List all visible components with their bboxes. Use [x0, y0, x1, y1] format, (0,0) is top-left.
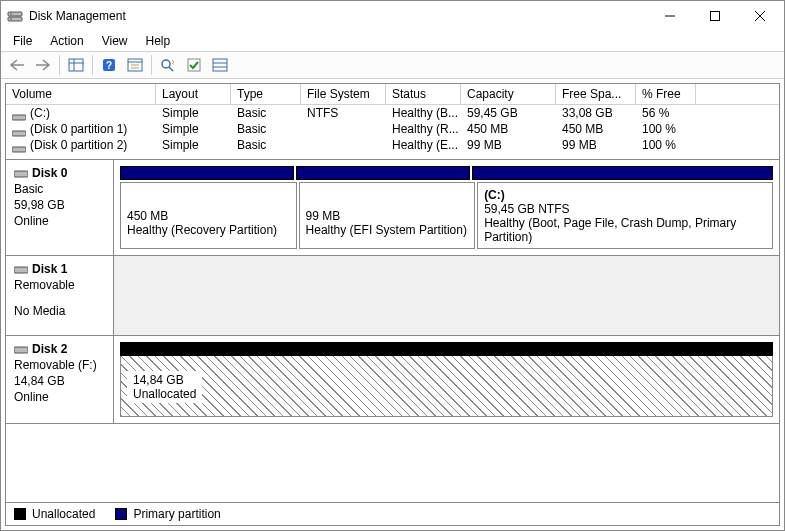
volume-fs: NTFS [301, 105, 386, 121]
svg-rect-20 [213, 59, 227, 71]
back-button[interactable] [5, 54, 29, 76]
col-pctfree[interactable]: % Free [636, 84, 696, 105]
partition-title [306, 195, 469, 209]
disk-partitions: 450 MB Healthy (Recovery Partition) 99 M… [114, 160, 779, 255]
list-view-button[interactable] [208, 54, 232, 76]
disk-map: Disk 0 Basic 59,98 GB Online 450 MB [5, 160, 780, 526]
volume-capacity: 99 MB [461, 137, 556, 153]
volume-type: Basic [231, 105, 301, 121]
svg-rect-24 [12, 131, 26, 136]
volume-name: (Disk 0 partition 2) [30, 138, 127, 152]
disk-name-label: Disk 0 [32, 166, 67, 180]
svg-point-3 [10, 18, 12, 20]
forward-button[interactable] [31, 54, 55, 76]
disk-map-spacer [6, 424, 779, 502]
volume-row[interactable]: (Disk 0 partition 1) Simple Basic Health… [6, 121, 779, 137]
show-hide-tree-button[interactable] [64, 54, 88, 76]
menu-help[interactable]: Help [138, 32, 179, 50]
unallocated-space[interactable]: 14,84 GB Unallocated [120, 342, 773, 417]
volume-status: Healthy (R... [386, 121, 461, 137]
partition-status: Healthy (EFI System Partition) [306, 223, 469, 237]
refresh-button[interactable] [156, 54, 180, 76]
volume-free: 33,08 GB [556, 105, 636, 121]
volume-row[interactable]: (Disk 0 partition 2) Simple Basic Health… [6, 137, 779, 153]
volume-list[interactable]: Volume Layout Type File System Status Ca… [5, 83, 780, 160]
content-area: Volume Layout Type File System Status Ca… [1, 79, 784, 530]
svg-rect-19 [188, 59, 200, 71]
col-layout[interactable]: Layout [156, 84, 231, 105]
toolbar-separator [92, 55, 93, 75]
col-freespace[interactable]: Free Spa... [556, 84, 636, 105]
disk-info[interactable]: Disk 0 Basic 59,98 GB Online [6, 160, 114, 255]
volume-type: Basic [231, 121, 301, 137]
partition[interactable]: 450 MB Healthy (Recovery Partition) [120, 182, 297, 249]
volume-layout: Simple [156, 121, 231, 137]
disk-icon [14, 344, 28, 354]
col-status[interactable]: Status [386, 84, 461, 105]
volume-capacity: 450 MB [461, 121, 556, 137]
window-frame: Disk Management File Action View Help [0, 0, 785, 531]
legend: Unallocated Primary partition [6, 502, 779, 525]
strip-segment [120, 342, 773, 356]
volume-free: 450 MB [556, 121, 636, 137]
disk-name-label: Disk 2 [32, 342, 67, 356]
swatch-unallocated-icon [14, 508, 26, 520]
col-filesystem[interactable]: File System [301, 84, 386, 105]
disk-status: Online [14, 390, 105, 404]
svg-rect-26 [14, 171, 28, 177]
volume-pctfree: 100 % [636, 137, 696, 153]
partition[interactable]: 99 MB Healthy (EFI System Partition) [299, 182, 476, 249]
col-type[interactable]: Type [231, 84, 301, 105]
no-media-area[interactable] [114, 256, 779, 335]
volume-type: Basic [231, 137, 301, 153]
svg-rect-25 [12, 147, 26, 152]
maximize-button[interactable] [692, 2, 737, 31]
close-button[interactable] [737, 2, 782, 31]
window-title: Disk Management [29, 9, 647, 23]
properties-button[interactable] [123, 54, 147, 76]
partition-size: 450 MB [127, 209, 290, 223]
help-button[interactable]: ? [97, 54, 121, 76]
partition-size: 59,45 GB NTFS [484, 202, 766, 216]
volume-layout: Simple [156, 137, 231, 153]
legend-unallocated: Unallocated [14, 507, 95, 521]
svg-rect-27 [14, 267, 28, 273]
volume-row[interactable]: (C:) Simple Basic NTFS Healthy (B... 59,… [6, 105, 779, 121]
volume-capacity: 59,45 GB [461, 105, 556, 121]
partition-size: 99 MB [306, 209, 469, 223]
menu-file[interactable]: File [5, 32, 40, 50]
svg-rect-28 [14, 347, 28, 353]
svg-point-17 [162, 60, 170, 68]
disk-info[interactable]: Disk 2 Removable (F:) 14,84 GB Online [6, 336, 114, 423]
disk-status: Online [14, 214, 105, 228]
disk-info[interactable]: Disk 1 Removable No Media [6, 256, 114, 335]
menubar: File Action View Help [1, 31, 784, 51]
partition-status: Healthy (Boot, Page File, Crash Dump, Pr… [484, 216, 766, 244]
svg-text:?: ? [106, 60, 112, 71]
partition-status: Healthy (Recovery Partition) [127, 223, 290, 237]
toolbar: ? [1, 51, 784, 79]
disk-row: Disk 0 Basic 59,98 GB Online 450 MB [6, 160, 779, 256]
col-volume[interactable]: Volume [6, 84, 156, 105]
volume-icon [12, 142, 26, 150]
volume-fs [301, 121, 386, 137]
partition-title [127, 195, 290, 209]
partition[interactable]: (C:) 59,45 GB NTFS Healthy (Boot, Page F… [477, 182, 773, 249]
unallocated-label: Unallocated [133, 387, 196, 401]
svg-rect-23 [12, 115, 26, 120]
disk-size: 14,84 GB [14, 374, 105, 388]
partition-strip [120, 166, 773, 180]
volume-layout: Simple [156, 105, 231, 121]
disk-icon [14, 264, 28, 274]
menu-view[interactable]: View [94, 32, 136, 50]
col-capacity[interactable]: Capacity [461, 84, 556, 105]
action-check-button[interactable] [182, 54, 206, 76]
menu-action[interactable]: Action [42, 32, 91, 50]
minimize-button[interactable] [647, 2, 692, 31]
col-spacer [696, 84, 779, 105]
svg-line-18 [169, 67, 173, 71]
legend-primary: Primary partition [115, 507, 220, 521]
disk-row: Disk 2 Removable (F:) 14,84 GB Online 14… [6, 336, 779, 424]
volume-icon [12, 126, 26, 134]
volume-fs [301, 137, 386, 153]
